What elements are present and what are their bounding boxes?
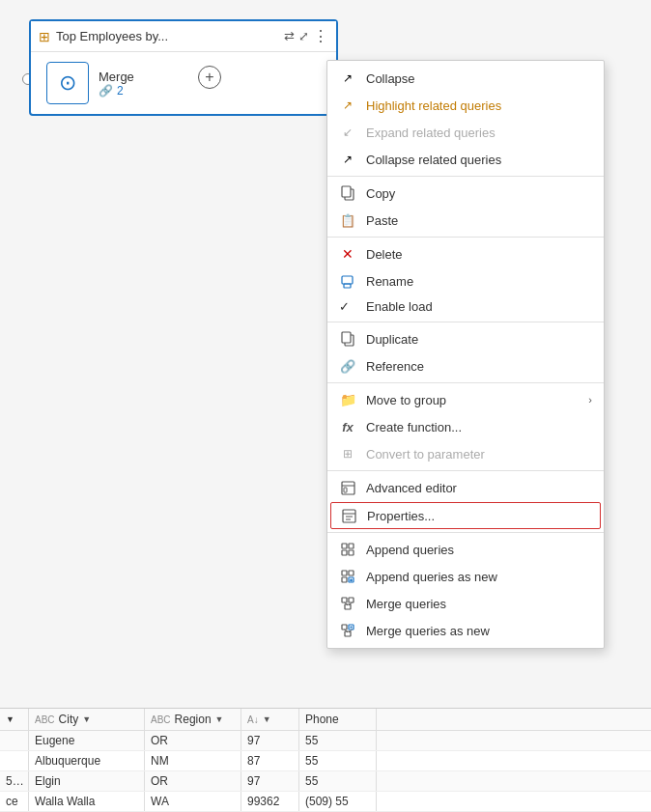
cell-phone-1: 55 (299, 731, 377, 750)
fx-icon: fx (339, 418, 356, 435)
city-type-icon: ABC (35, 714, 55, 725)
link-count: 2 (117, 84, 124, 98)
svg-rect-28 (342, 625, 347, 630)
menu-item-collapse-related[interactable]: ↗ Collapse related queries (327, 146, 604, 173)
separator-4 (327, 382, 604, 383)
region-filter-icon[interactable]: ▼ (215, 714, 224, 724)
menu-item-highlight-related[interactable]: ↗ Highlight related queries (327, 92, 604, 119)
merge-icon: ⊙ (59, 70, 76, 96)
menu-item-copy[interactable]: Copy (327, 180, 604, 207)
cell-region-4: WA (145, 792, 241, 811)
menu-label-properties: Properties... (367, 509, 591, 523)
menu-label-collapse-related: Collapse related queries (366, 153, 592, 167)
col-header-col3[interactable]: A↓ ▼ (241, 709, 299, 730)
svg-rect-3 (344, 284, 351, 288)
append-queries-icon (339, 541, 356, 558)
svg-rect-24 (349, 598, 354, 602)
node-info: Merge 🔗 2 (99, 70, 134, 98)
separator-6 (327, 532, 604, 533)
data-table: ▼ ABC City ▼ ABC Region ▼ A↓ ▼ Phone (0, 708, 651, 812)
menu-item-enable-load[interactable]: ✓ Enable load (327, 294, 604, 319)
expand-icon[interactable]: ⤢ (298, 29, 309, 43)
menu-label-append-queries: Append queries (366, 543, 592, 557)
menu-item-merge-queries[interactable]: Merge queries (327, 590, 604, 617)
menu-item-merge-queries-new[interactable]: Merge queries as new (327, 617, 604, 644)
menu-label-merge-queries: Merge queries (366, 597, 592, 611)
svg-rect-19 (349, 571, 354, 575)
link-icon: 🔗 (99, 84, 113, 98)
add-step-button[interactable]: + (198, 66, 221, 89)
menu-item-collapse[interactable]: ↗ Collapse (327, 65, 604, 92)
menu-item-advanced-editor[interactable]: Advanced editor (327, 474, 604, 501)
cell-region-2: NM (145, 751, 241, 770)
menu-label-duplicate: Duplicate (366, 332, 592, 347)
col-phone-label: Phone (305, 713, 339, 726)
svg-rect-17 (342, 571, 347, 575)
separator-2 (327, 237, 604, 238)
region-type-icon: ABC (151, 714, 171, 725)
merge-queries-icon (339, 595, 356, 612)
col-header-phone[interactable]: Phone (299, 709, 377, 730)
svg-rect-2 (342, 276, 353, 284)
menu-label-delete: Delete (366, 247, 592, 262)
append-queries-new-icon (339, 568, 356, 585)
cell-phone-2: 55 (299, 751, 377, 770)
menu-label-create-function: Create function... (366, 420, 592, 434)
menu-label-copy: Copy (366, 186, 592, 201)
advanced-editor-icon (339, 479, 356, 496)
share-icon[interactable]: ⇄ (284, 29, 295, 43)
table-row: Albuquerque NM 87 55 (0, 751, 651, 771)
menu-item-append-queries-new[interactable]: Append queries as new (327, 563, 604, 590)
cell-region-3: OR (145, 771, 241, 791)
collapse-icon: ↗ (339, 70, 356, 87)
query-node-actions: ⇄ ⤢ ⋮ (284, 27, 328, 45)
menu-label-reference: Reference (366, 359, 592, 374)
menu-label-append-queries-new: Append queries as new (366, 570, 592, 584)
query-node-title: Top Employees by... (56, 29, 278, 43)
table-row: 516 M... Elgin OR 97 55 (0, 771, 651, 792)
query-node-header: ⊞ Top Employees by... ⇄ ⤢ ⋮ (31, 21, 336, 52)
filter-down-icon: ▼ (6, 714, 14, 724)
menu-label-advanced-editor: Advanced editor (366, 481, 592, 495)
menu-item-move-to-group[interactable]: 📁 Move to group › (327, 386, 604, 413)
collapse-related-icon: ↗ (339, 151, 356, 168)
query-node-body: ⊙ Merge 🔗 2 (31, 52, 336, 114)
col-header-region[interactable]: ABC Region ▼ (145, 709, 241, 730)
menu-item-delete[interactable]: ✕ Delete (327, 240, 604, 267)
parameter-icon: ⊞ (339, 445, 356, 462)
city-filter-icon[interactable]: ▼ (82, 714, 91, 724)
menu-item-properties[interactable]: Properties... (330, 502, 601, 529)
menu-label-highlight-related: Highlight related queries (366, 98, 592, 113)
menu-item-append-queries[interactable]: Append queries (327, 536, 604, 563)
query-table-icon: ⊞ (39, 29, 50, 44)
col-header-city[interactable]: ABC City ▼ (29, 709, 145, 730)
svg-rect-18 (342, 577, 347, 582)
more-options-icon[interactable]: ⋮ (313, 27, 328, 45)
duplicate-icon (339, 330, 356, 348)
menu-item-duplicate[interactable]: Duplicate (327, 325, 604, 352)
copy-icon (339, 184, 356, 202)
col3-filter-icon[interactable]: ▼ (263, 714, 271, 724)
menu-label-expand-related: Expand related queries (366, 126, 592, 140)
menu-item-rename[interactable]: Rename (327, 267, 604, 294)
col-city-label: City (59, 713, 79, 726)
separator-1 (327, 176, 604, 177)
svg-rect-8 (344, 488, 347, 492)
menu-item-reference[interactable]: 🔗 Reference (327, 352, 604, 379)
node-label: Merge (99, 70, 134, 84)
col-header-filter[interactable]: ▼ (0, 709, 29, 730)
reference-icon: 🔗 (339, 357, 356, 375)
menu-label-paste: Paste (366, 213, 592, 228)
menu-item-create-function[interactable]: fx Create function... (327, 413, 604, 440)
menu-item-paste[interactable]: 📋 Paste (327, 207, 604, 234)
merge-icon-box: ⊙ (46, 62, 89, 104)
cell-col3-4: 99362 (241, 792, 299, 811)
menu-label-enable-load: Enable load (366, 299, 592, 314)
separator-3 (327, 322, 604, 322)
menu-item-convert-parameter: ⊞ Convert to parameter (327, 440, 604, 467)
canvas: + ⊞ Top Employees by... ⇄ ⤢ ⋮ ⊙ Merge 🔗 … (0, 0, 651, 812)
cell-col3-2: 87 (241, 751, 299, 770)
highlight-icon: ↗ (339, 97, 356, 114)
folder-icon: 📁 (339, 391, 356, 408)
menu-label-rename: Rename (366, 274, 592, 289)
